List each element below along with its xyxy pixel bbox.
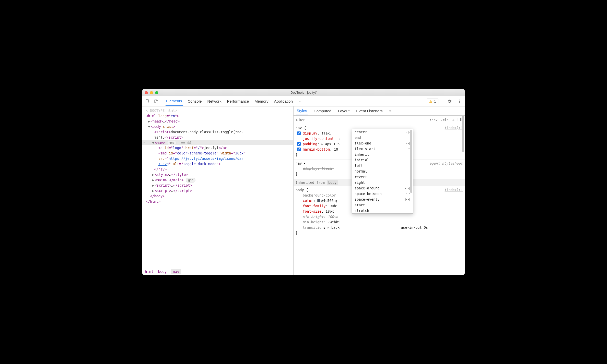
ac-item-center[interactable]: center•|•: [352, 129, 413, 135]
prop-toggle[interactable]: [297, 131, 301, 135]
tag-style[interactable]: <style>: [155, 173, 169, 177]
inspect-element-icon[interactable]: [144, 98, 151, 105]
selector[interactable]: nav: [296, 126, 302, 130]
tab-memory[interactable]: Memory: [254, 97, 269, 106]
prop-value[interactable]: 4px 10p: [325, 142, 340, 146]
tag-nav-close[interactable]: </nav>: [154, 167, 167, 171]
breadcrumb-html[interactable]: html: [145, 270, 154, 274]
prop-name[interactable]: justify-content: [303, 137, 334, 141]
punct: <: [146, 114, 148, 118]
tag-body-close[interactable]: </body>: [150, 194, 165, 198]
prop-value[interactable]: flex: [321, 131, 330, 135]
tab-styles[interactable]: Styles: [296, 107, 308, 115]
prop-name[interactable]: padding: [303, 142, 317, 146]
filter-actions: :hov .cls +: [427, 117, 465, 123]
ac-item-start[interactable]: start: [352, 202, 413, 208]
tag-script[interactable]: <script>: [154, 130, 171, 134]
selected-node-nav[interactable]: ▼<nav> flex == $0: [142, 140, 293, 145]
ac-item-left[interactable]: left: [352, 163, 413, 168]
tab-event-listeners[interactable]: Event Listeners: [356, 107, 383, 115]
tab-console[interactable]: Console: [187, 97, 202, 106]
selector[interactable]: body: [296, 188, 304, 192]
img-src-link[interactable]: https://jec.fyi/assets/img/icons/dar: [169, 156, 243, 161]
tabs-more-icon[interactable]: »: [389, 107, 392, 115]
ac-item-flex-end[interactable]: flex-end••|: [352, 140, 413, 146]
expand-toggle[interactable]: ▶: [152, 188, 155, 193]
inherited-from-tag[interactable]: body: [327, 180, 338, 185]
ac-item-stretch[interactable]: stretch: [352, 208, 413, 213]
breadcrumb-body[interactable]: body: [158, 270, 167, 274]
expand-toggle[interactable]: ▼: [148, 124, 150, 129]
tab-application[interactable]: Application: [274, 97, 293, 106]
filter-input[interactable]: [294, 116, 427, 124]
tag-head[interactable]: <head>: [150, 119, 163, 123]
tag-script[interactable]: <script>: [155, 189, 171, 193]
img-src-link[interactable]: k.svg: [158, 162, 169, 166]
expand-toggle[interactable]: ▶: [148, 119, 150, 124]
ac-item-space-between[interactable]: space-between• •: [352, 191, 413, 197]
device-toggle-icon[interactable]: [153, 98, 160, 105]
autocomplete-scrollbar[interactable]: [410, 130, 412, 193]
prop-value[interactable]: #4c566a: [321, 199, 336, 203]
source-link[interactable]: (index):1: [445, 125, 463, 130]
prop-toggle[interactable]: [297, 148, 301, 151]
prop-name[interactable]: display: [303, 131, 317, 135]
breadcrumb-nav[interactable]: nav: [171, 269, 181, 274]
tabs-more-icon[interactable]: »: [298, 97, 301, 106]
styles-scrollbar[interactable]: [461, 116, 465, 275]
prop-name[interactable]: color: [303, 199, 313, 203]
tab-network[interactable]: Network: [207, 97, 222, 106]
ac-item-space-evenly[interactable]: space-evenly|••|: [352, 197, 413, 202]
tab-computed[interactable]: Computed: [313, 107, 332, 115]
prop-value[interactable]: -webki: [328, 220, 340, 224]
ac-item-flex-start[interactable]: flex-start|••: [352, 146, 413, 152]
expand-toggle[interactable]: ▶: [152, 183, 155, 188]
ac-item-right[interactable]: right: [352, 180, 413, 185]
prop-name[interactable]: margin-bottom: [303, 147, 330, 151]
warnings-badge[interactable]: 1: [427, 99, 438, 104]
expand-toggle[interactable]: ▼: [152, 140, 155, 145]
tag-script[interactable]: <script>: [155, 183, 171, 187]
tab-elements[interactable]: Elements: [166, 96, 183, 106]
flex-badge[interactable]: flex: [167, 141, 177, 145]
tag-body[interactable]: body: [153, 125, 161, 129]
prop-value[interactable]: Rubi: [330, 204, 338, 208]
prop-name[interactable]: transition: [303, 225, 323, 229]
color-swatch[interactable]: [317, 199, 320, 202]
prop-name[interactable]: min-height: [303, 220, 323, 224]
tag-img[interactable]: img: [160, 151, 167, 155]
tab-performance[interactable]: Performance: [227, 97, 250, 106]
new-rule-button[interactable]: +: [452, 117, 454, 123]
prop-name[interactable]: background-color: [303, 193, 336, 197]
tag-html[interactable]: html: [148, 114, 156, 118]
cls-toggle[interactable]: .cls: [441, 118, 449, 122]
prop-value[interactable]: 10: [334, 147, 338, 151]
tag-html-close[interactable]: </html>: [146, 199, 160, 203]
tag-main[interactable]: <main>: [155, 178, 167, 182]
hov-toggle[interactable]: :hov: [430, 118, 438, 122]
grid-badge[interactable]: grid: [186, 178, 195, 183]
source-link[interactable]: (index):1: [445, 187, 463, 192]
expand-toggle[interactable]: ▶: [152, 177, 155, 183]
ac-item-revert[interactable]: revert: [352, 174, 413, 180]
expand-toggle[interactable]: ▶: [152, 172, 155, 177]
ac-item-inherit[interactable]: inherit: [352, 152, 413, 157]
autocomplete-popup[interactable]: center•|• end flex-end••| flex-start|•• …: [352, 129, 413, 214]
prop-value[interactable]: 18px: [325, 209, 334, 213]
ac-item-normal[interactable]: normal: [352, 168, 413, 174]
tag-a[interactable]: a: [160, 146, 162, 150]
dom-tree[interactable]: <!DOCTYPE html> <html lang="en"> ▶<head>…: [142, 106, 293, 268]
prop-value[interactable]: back: [331, 225, 340, 229]
ac-item-end[interactable]: end: [352, 135, 413, 140]
kebab-menu-icon[interactable]: [456, 98, 463, 105]
tab-layout[interactable]: Layout: [337, 107, 350, 115]
prop-toggle[interactable]: [297, 142, 301, 146]
justify-glyph-icon: |••|: [405, 198, 411, 201]
tag-nav[interactable]: nav: [157, 141, 163, 145]
prop-name: min-height: [303, 215, 323, 219]
settings-gear-icon[interactable]: [446, 98, 453, 105]
ac-item-initial[interactable]: initial: [352, 157, 413, 163]
prop-name[interactable]: font-size: [303, 209, 321, 213]
ac-item-space-around[interactable]: space-around|• •|: [352, 185, 413, 191]
prop-name[interactable]: font-family: [303, 204, 325, 208]
